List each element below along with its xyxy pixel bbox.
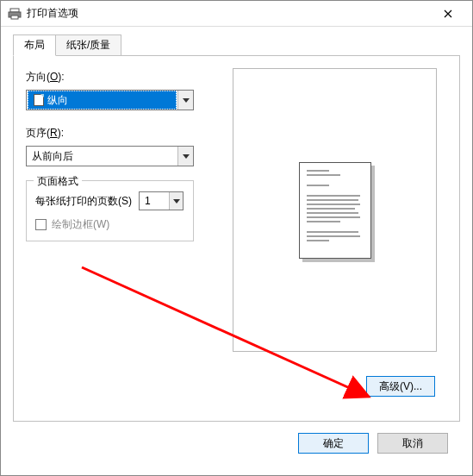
svg-rect-2 (11, 16, 18, 19)
pageorder-drop-button[interactable] (177, 147, 193, 166)
controls-column: 方向(O): 纵向 页序(R): 从前向后 (26, 68, 198, 409)
pages-per-sheet-label: 每张纸打印的页数(S) (35, 194, 132, 209)
titlebar: 打印首选项 (1, 1, 472, 27)
orientation-label: 方向(O): (26, 70, 198, 85)
advanced-button[interactable]: 高级(V)... (366, 376, 435, 397)
printer-icon (8, 7, 22, 21)
portrait-icon (34, 94, 44, 106)
pageorder-select[interactable]: 从前向后 (26, 146, 194, 166)
advanced-button-label: 高级(V)... (379, 379, 422, 394)
client-area: 布局 纸张/质量 方向(O): 纵向 页序(R): (1, 27, 472, 475)
draw-borders-checkbox[interactable] (35, 219, 47, 230)
preview-sheet (299, 162, 371, 259)
close-icon (444, 9, 452, 18)
preview-pane (233, 68, 437, 352)
preview-column: 高级(V)... (198, 68, 447, 409)
page-format-legend: 页面格式 (34, 174, 82, 189)
page-format-group: 页面格式 每张纸打印的页数(S) 1 绘制边框(W) (26, 180, 194, 241)
dialog-footer: 确定 取消 (13, 422, 460, 465)
tab-layout[interactable]: 布局 (13, 34, 56, 56)
tab-strip: 布局 纸张/质量 (13, 35, 460, 56)
print-preferences-window: 打印首选项 布局 纸张/质量 方向(O): 纵向 (0, 0, 473, 476)
close-button[interactable] (431, 2, 465, 26)
chevron-down-icon (183, 154, 190, 159)
draw-borders-label: 绘制边框(W) (52, 217, 109, 232)
pages-per-sheet-value: 1 (140, 195, 169, 207)
pages-per-sheet-select[interactable]: 1 (139, 191, 184, 210)
svg-rect-0 (10, 9, 19, 12)
orientation-select-value: 纵向 (28, 91, 177, 110)
cancel-button[interactable]: 取消 (377, 433, 448, 454)
pageorder-select-value: 从前向后 (27, 149, 177, 164)
tab-pane-layout: 方向(O): 纵向 页序(R): 从前向后 (13, 55, 460, 422)
window-title: 打印首选项 (27, 6, 431, 21)
ok-button[interactable]: 确定 (298, 433, 369, 454)
pageorder-label: 页序(R): (26, 126, 198, 141)
tab-paper-quality[interactable]: 纸张/质量 (55, 34, 121, 56)
orientation-select[interactable]: 纵向 (26, 90, 194, 110)
pages-per-sheet-drop-button[interactable] (169, 192, 183, 210)
orientation-drop-button[interactable] (177, 91, 193, 110)
chevron-down-icon (173, 199, 180, 204)
chevron-down-icon (183, 98, 190, 103)
